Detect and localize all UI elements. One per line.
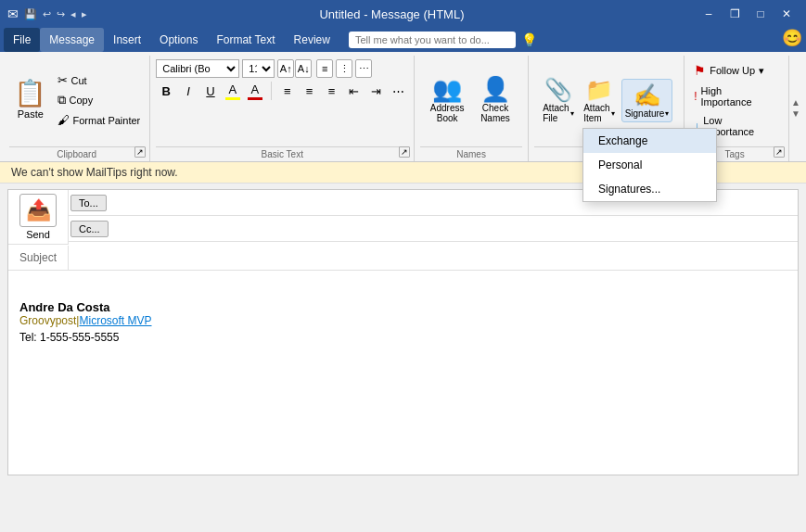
attach-item-icon: 📁 — [585, 77, 613, 103]
follow-up-button[interactable]: ⚑ Follow Up ▾ — [690, 61, 768, 80]
tags-expand[interactable]: ↗ — [774, 146, 785, 158]
numbering-button[interactable]: ⋮ — [336, 59, 352, 78]
address-book-label: AddressBook — [430, 103, 465, 123]
menu-file[interactable]: File — [4, 28, 40, 52]
menu-review[interactable]: Review — [285, 28, 339, 52]
names-label: Names — [420, 146, 522, 161]
indent-decrease-button[interactable]: ⇤ — [343, 81, 364, 101]
increase-font-button[interactable]: A↑ — [277, 59, 294, 78]
include-label: Include — [534, 146, 678, 161]
high-importance-icon: ! — [694, 90, 697, 103]
title-bar: ✉ 💾 ↩ ↪ ◂ ▸ Untitled - Message (HTML) – … — [0, 0, 806, 28]
low-importance-icon: ↓ — [694, 120, 699, 133]
bold-button[interactable]: B — [156, 81, 176, 101]
menu-insert[interactable]: Insert — [104, 28, 150, 52]
address-book-button[interactable]: 👥 AddressBook — [426, 74, 468, 126]
ribbon-scroll-up[interactable]: ▲ — [791, 97, 800, 108]
highlight-icon: A — [229, 82, 237, 96]
send-label: Send — [26, 229, 50, 240]
close-button[interactable]: ✕ — [774, 4, 799, 24]
menu-options[interactable]: Options — [150, 28, 207, 52]
search-input[interactable] — [349, 32, 516, 48]
to-input[interactable] — [109, 191, 798, 215]
signature-company: Groovypost — [19, 314, 76, 327]
lightbulb-icon: 💡 — [521, 32, 537, 47]
attach-item-button[interactable]: 📁 AttachItem ▾ — [581, 74, 618, 126]
copy-button[interactable]: ⧉ Copy — [54, 91, 144, 109]
app-icon: ✉ — [7, 6, 19, 21]
align-center-button[interactable]: ≡ — [300, 81, 320, 101]
highlight-button[interactable]: A — [223, 81, 243, 101]
format-painter-button[interactable]: 🖌 Format Painter — [54, 111, 144, 129]
undo-icon[interactable]: ↩ — [43, 8, 51, 20]
paste-label: Paste — [18, 108, 44, 120]
align-left-button[interactable]: ≡ — [277, 81, 298, 101]
check-names-button[interactable]: 👤 CheckNames — [474, 74, 517, 126]
check-names-icon: 👤 — [480, 77, 510, 101]
separator — [271, 82, 272, 100]
signature-arrow: ▾ — [665, 109, 669, 118]
to-row-inner: To... — [69, 190, 798, 216]
indent-increase-button[interactable]: ⇥ — [365, 81, 386, 101]
send-button[interactable]: 📤 — [19, 194, 57, 227]
resize-button[interactable]: □ — [748, 4, 773, 24]
save-icon[interactable]: 💾 — [24, 8, 37, 20]
cc-row: Cc... — [69, 216, 798, 242]
font-color-button[interactable]: A — [245, 81, 265, 101]
signature-name: Andre Da Costa — [19, 300, 787, 314]
attach-file-button[interactable]: 📎 AttachFile ▾ — [540, 74, 577, 126]
format-painter-icon: 🖌 — [58, 113, 70, 127]
subject-input[interactable] — [68, 246, 798, 270]
italic-button[interactable]: I — [178, 81, 198, 101]
cc-input[interactable] — [110, 217, 798, 241]
signature-mvp[interactable]: Microsoft MVP — [79, 314, 151, 327]
paste-button[interactable]: 📋 Paste — [9, 72, 51, 128]
redo-icon[interactable]: ↪ — [57, 8, 65, 20]
names-group: 👥 AddressBook 👤 CheckNames Names — [415, 56, 529, 161]
basic-text-expand[interactable]: ↗ — [399, 146, 410, 158]
cut-button[interactable]: ✂ Cut — [54, 71, 144, 89]
ribbon-scroll: ▲ ▼ — [789, 56, 802, 161]
more-paragraph-button[interactable]: ⋯ — [388, 81, 408, 101]
font-family-select[interactable]: Calibri (Bo — [156, 59, 239, 78]
clipboard-small-btns: ✂ Cut ⧉ Copy 🖌 Format Painter — [54, 71, 144, 129]
notification-text: We can't show MailTips right now. — [11, 166, 178, 179]
clipboard-label: Clipboard — [9, 146, 144, 161]
clipboard-content: 📋 Paste ✂ Cut ⧉ Copy 🖌 Format Painter — [9, 56, 144, 145]
cc-button[interactable]: Cc... — [70, 221, 109, 237]
attach-file-arrow: ▾ — [570, 109, 574, 118]
follow-up-flag-icon: ⚑ — [694, 63, 706, 78]
high-importance-button[interactable]: ! High Importance — [690, 83, 779, 109]
restore-button[interactable]: ❒ — [723, 4, 747, 24]
bullets-button[interactable]: ≡ — [316, 59, 333, 78]
underline-button[interactable]: U — [200, 81, 221, 101]
minimize-button[interactable]: – — [697, 4, 721, 24]
low-importance-button[interactable]: ↓ Low Importance — [690, 113, 779, 139]
high-importance-label: High Importance — [701, 85, 776, 108]
copy-icon: ⧉ — [58, 93, 66, 108]
menu-message[interactable]: Message — [40, 28, 104, 52]
email-body[interactable]: Andre Da Costa Groovypost | Microsoft MV… — [8, 271, 798, 475]
font-size-select[interactable]: 11 — [242, 59, 275, 78]
ribbon-scroll-down[interactable]: ▼ — [791, 108, 800, 120]
title-bar-left: ✉ 💾 ↩ ↪ ◂ ▸ — [7, 6, 87, 21]
menu-format-text[interactable]: Format Text — [207, 28, 284, 52]
attach-file-label: AttachFile — [543, 103, 569, 123]
signature-icon: ✍ — [633, 82, 661, 108]
clipboard-expand[interactable]: ↗ — [134, 146, 146, 158]
decrease-font-button[interactable]: A↓ — [295, 59, 312, 78]
follow-up-arrow-icon: ▾ — [759, 65, 764, 77]
signature-button[interactable]: ✍ Signature ▾ — [621, 79, 672, 122]
window-controls: – ❒ □ ✕ — [697, 4, 799, 24]
more-text-button[interactable]: ⋯ — [355, 59, 372, 78]
subject-label: Subject — [8, 251, 68, 264]
to-button[interactable]: To... — [70, 195, 107, 211]
names-content: 👥 AddressBook 👤 CheckNames — [420, 56, 522, 145]
clipboard-group: 📋 Paste ✂ Cut ⧉ Copy 🖌 Format Painter Cl… — [4, 56, 150, 161]
include-group: 📎 AttachFile ▾ 📁 AttachItem ▾ ✍ Signatur… — [529, 56, 684, 161]
align-right-button[interactable]: ≡ — [322, 81, 342, 101]
signature-label: Signature — [625, 108, 665, 119]
nav-back-icon[interactable]: ◂ — [70, 8, 76, 20]
subject-row: Subject — [8, 245, 798, 271]
send-col: 📤 Send — [8, 190, 69, 245]
